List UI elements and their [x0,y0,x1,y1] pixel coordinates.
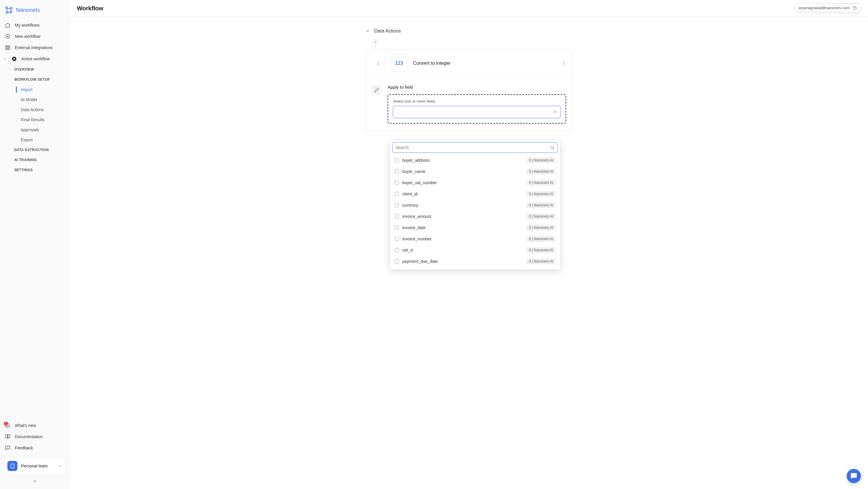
dropdown-option[interactable]: payment_due_date 0 | Nanonets AI [392,256,558,267]
option-tag: 0 | Nanonets AI [527,191,556,197]
nav-active-workflow[interactable]: Active workflow [0,53,69,64]
sidebar: Nanonets My workflows New workflow Exter… [0,0,70,489]
checkbox[interactable] [395,248,399,252]
dropdown-option[interactable]: net_d 0 | Nanonets AI [392,245,558,256]
brand-icon [5,6,13,14]
option-tag: 0 | Nanonets AI [527,225,556,231]
dropdown-option[interactable]: invoice_date 0 | Nanonets AI [392,222,558,233]
chevron-up-icon [58,464,62,468]
checkbox[interactable] [395,225,399,230]
dropdown-option[interactable]: invoice_number 0 | Nanonets AI [392,233,558,245]
chevron-right-icon [15,148,18,152]
svg-rect-12 [8,45,10,47]
nav-label: My workflows [15,23,40,28]
user-email: aryanagrawal@nanonets.com [799,6,850,10]
checkbox[interactable] [395,203,399,207]
nav-new-workflow[interactable]: New workflow [0,31,69,42]
chat-fab[interactable] [847,469,861,483]
checkbox[interactable] [395,192,399,196]
dropdown-option[interactable]: buyer_name 0 | Nanonets AI [392,166,558,177]
subnav-approvals[interactable]: Approvals [0,125,69,135]
nav-label: External integrations [15,45,53,50]
chevron-down-icon [553,110,557,114]
nav-documentation[interactable]: Documentation [0,431,69,442]
chevron-double-left-icon [33,479,37,484]
section-settings[interactable]: SETTINGS [0,165,69,175]
brand-logo[interactable]: Nanonets [0,4,69,20]
svg-point-18 [8,448,8,449]
option-tag: 0 | Nanonets AI [527,169,556,175]
nav-external-integrations[interactable]: External integrations [0,42,69,53]
subnav-import[interactable]: Import [0,85,69,95]
copy-icon[interactable] [852,6,857,10]
section-data-extraction[interactable]: DATA EXTRACTION [0,145,69,155]
option-tag: 0 | Nanonets AI [527,180,556,186]
subnav-export[interactable]: Export [0,135,69,145]
svg-rect-11 [6,45,7,47]
option-tag: 0 | Nanonets AI [527,213,556,219]
pencil-icon [372,85,382,95]
building-icon [7,461,18,471]
checkbox[interactable] [395,158,399,162]
svg-point-28 [563,63,564,64]
search-input[interactable] [396,145,550,150]
option-label: buyer_address [402,158,523,162]
svg-rect-26 [855,7,857,9]
step-header[interactable]: 1 123 Convert to integer [366,50,572,77]
option-label: client_id [402,191,523,196]
subnav-data-actions[interactable]: Data Actions [0,105,69,115]
subnav-ai-model[interactable]: AI Model [0,95,69,105]
checkbox[interactable] [395,181,399,185]
step-menu-button[interactable] [561,61,566,66]
svg-marker-30 [554,112,556,113]
option-label: invoice_number [402,237,523,241]
grid-icon [5,44,11,51]
dropdown-option[interactable]: invoice_amount 0 | Nanonets AI [392,211,558,222]
option-label: invoice_date [402,225,523,230]
svg-rect-14 [8,48,10,50]
team-selector[interactable]: Personal team [4,457,66,475]
option-label: buyer_name [402,169,523,174]
collapse-sidebar-button[interactable] [0,477,69,485]
checkbox[interactable] [395,237,399,241]
chevron-down-icon [15,78,18,81]
page-header: Workflow Sch [70,0,868,17]
checkbox[interactable] [395,170,399,174]
apply-section-title: Apply to field [388,85,566,90]
message-alert-icon [5,445,11,451]
plus-circle-icon [5,33,11,39]
dropdown-option[interactable]: client_id 0 | Nanonets AI [392,188,558,200]
section-header: Data Actions [365,26,572,39]
field-multiselect[interactable] [393,106,561,118]
nav-whats-new[interactable]: 1 What's new [0,420,69,431]
chevron-down-icon[interactable] [365,29,370,33]
section-label: DATA EXTRACTION [14,148,49,152]
nav-feedback[interactable]: Feedback [0,442,69,454]
subnav-final-results[interactable]: Final Results [0,115,69,125]
svg-point-29 [563,64,564,65]
section-ai-training[interactable]: AI TRAINING [0,155,69,165]
step-type-badge: 123 [391,55,408,72]
checkbox[interactable] [395,259,399,264]
dropdown-option[interactable]: buyer_address 0 | Nanonets AI [392,155,558,166]
section-overview[interactable]: OVERVIEW [0,64,69,74]
nav-label: What's new [15,423,36,428]
user-email-pill[interactable]: aryanagrawal@nanonets.com [795,4,861,12]
dropdown-option[interactable]: buyer_vat_number 0 | Nanonets AI [392,177,558,188]
section-workflow-setup[interactable]: WORKFLOW SETUP [0,74,69,85]
dropdown-option[interactable]: currency 0 | Nanonets AI [392,200,558,211]
chevron-right-icon [15,158,18,162]
field-dropdown: buyer_address 0 | Nanonets AI buyer_name… [390,140,561,270]
chat-icon [850,472,857,480]
nav-label: New workflow [15,34,40,39]
section-title: Data Actions [374,28,401,34]
option-tag: 0 | Nanonets AI [527,236,556,242]
step-card: 1 123 Convert to integer Apply to field … [365,49,572,131]
svg-line-5 [7,8,7,11]
chevron-right-icon [15,168,18,172]
svg-rect-19 [11,464,14,468]
checkbox[interactable] [395,214,399,218]
add-step-button[interactable]: + [373,39,378,44]
nav-my-workflows[interactable]: My workflows [0,20,69,31]
option-label: net_d [402,248,523,252]
